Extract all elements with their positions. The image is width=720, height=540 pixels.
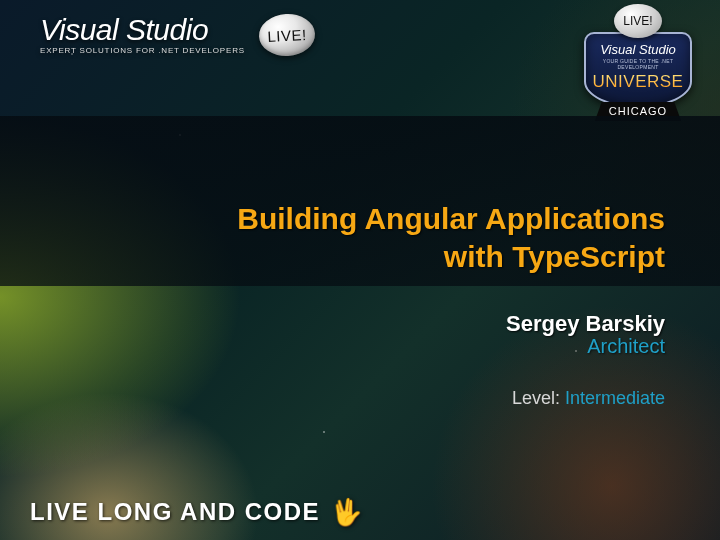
slide-title: Building Angular Applications with TypeS…	[237, 200, 665, 275]
level-line: Level: Intermediate	[237, 388, 665, 409]
level-label: Level:	[512, 388, 560, 408]
crest-live-badge: LIVE!	[614, 4, 662, 38]
crest-tagline: YOUR GUIDE TO THE .NET DEVELOPMENT	[592, 58, 684, 70]
event-crest: LIVE! Visual Studio YOUR GUIDE TO THE .N…	[578, 4, 698, 121]
footer: LIVE LONG AND CODE 🖖	[30, 498, 362, 526]
author-role: Architect	[237, 335, 665, 358]
header-logo-group: Visual Studio EXPERT SOLUTIONS FOR .NET …	[40, 14, 315, 56]
slide-content: Building Angular Applications with TypeS…	[237, 200, 665, 409]
visual-studio-logo: Visual Studio EXPERT SOLUTIONS FOR .NET …	[40, 15, 245, 55]
crest-universe: UNIVERSE	[592, 73, 684, 90]
crest-shield: Visual Studio YOUR GUIDE TO THE .NET DEV…	[584, 32, 692, 108]
product-tagline: EXPERT SOLUTIONS FOR .NET DEVELOPERS	[40, 46, 245, 55]
vulcan-salute-icon: 🖖	[330, 499, 362, 525]
product-name: Visual Studio	[40, 15, 245, 45]
level-value: Intermediate	[565, 388, 665, 408]
live-badge: LIVE!	[258, 13, 316, 58]
slide-title-line1: Building Angular Applications	[237, 200, 665, 238]
footer-text: LIVE LONG AND CODE	[30, 498, 320, 526]
author-name: Sergey Barskiy	[237, 311, 665, 337]
slide-title-line2: with TypeScript	[237, 238, 665, 276]
crest-product: Visual Studio	[592, 42, 684, 57]
